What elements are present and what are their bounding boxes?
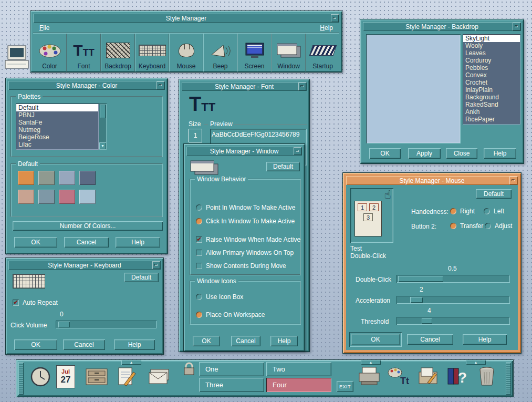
- list-item[interactable]: BeigeRose: [16, 133, 98, 141]
- slider-thumb[interactable]: [422, 318, 432, 324]
- scroll-down-arrow[interactable]: ▼: [99, 142, 106, 149]
- radio-indicator-selected[interactable]: [196, 218, 202, 224]
- cancel-button[interactable]: Cancel: [231, 336, 260, 346]
- scrollbar-thumb[interactable]: [100, 105, 106, 118]
- mail-control[interactable]: [147, 366, 173, 387]
- minimize-button[interactable]: [298, 83, 306, 90]
- radio-indicator[interactable]: [485, 223, 491, 229]
- checkbox-indicator[interactable]: [196, 250, 202, 256]
- mouse-button-1[interactable]: 1: [358, 203, 367, 211]
- panel-handle-left[interactable]: [18, 362, 24, 395]
- palette-list[interactable]: Default PBNJ SantaFe Nutmeg BeigeRose Li…: [16, 104, 99, 150]
- workspace-button-one[interactable]: One: [199, 362, 264, 376]
- list-item[interactable]: Ankh: [463, 108, 520, 116]
- toolbar-font[interactable]: TTT Font: [66, 34, 100, 71]
- radio-place-on-workspace[interactable]: Place On Workspace: [196, 311, 265, 318]
- color-swatch[interactable]: [79, 190, 96, 204]
- list-item[interactable]: SantaFe: [16, 119, 98, 126]
- click-volume-slider[interactable]: [56, 321, 157, 328]
- font-titlebar[interactable]: Style Manager - Font: [182, 82, 307, 91]
- threshold-slider[interactable]: [397, 317, 510, 325]
- list-item[interactable]: Corduroy: [463, 57, 520, 64]
- minimize-button[interactable]: [331, 14, 339, 22]
- slider-thumb[interactable]: [58, 322, 70, 327]
- calendar-control[interactable]: Jul 27: [56, 365, 75, 388]
- workspace-button-two[interactable]: Two: [266, 362, 331, 376]
- list-item[interactable]: InlayPlain: [463, 86, 520, 94]
- size-value-box[interactable]: 1: [189, 129, 202, 142]
- double-click-slider[interactable]: [397, 275, 510, 283]
- radio-indicator[interactable]: [196, 204, 202, 211]
- backdrop-titlebar[interactable]: Style Manager - Backdrop: [363, 22, 521, 31]
- trash-control[interactable]: [476, 364, 497, 388]
- toolbar-mouse[interactable]: Mouse: [169, 34, 203, 71]
- checkbox-show-contents[interactable]: Show Contents During Move: [196, 262, 286, 270]
- minimize-button[interactable]: [509, 177, 517, 184]
- list-item[interactable]: Crochet: [463, 79, 520, 86]
- keyboard-titlebar[interactable]: Style Manager - Keyboard: [8, 261, 161, 270]
- checkbox-indicator[interactable]: [196, 263, 202, 269]
- subpanel-arrow-tab[interactable]: ▲: [121, 360, 141, 365]
- radio-handedness-right[interactable]: Right: [450, 208, 475, 215]
- applications-control[interactable]: [416, 365, 441, 387]
- color-titlebar[interactable]: Style Manager - Color: [8, 81, 165, 90]
- color-swatch[interactable]: [59, 171, 75, 185]
- toolbar-screen[interactable]: Screen: [237, 34, 271, 71]
- ok-button[interactable]: OK: [14, 339, 57, 350]
- slider-thumb[interactable]: [410, 297, 423, 303]
- default-button[interactable]: Default: [266, 162, 300, 171]
- file-manager-control[interactable]: [85, 366, 109, 387]
- mouse-test-graphic[interactable]: ☝ 1 2 3: [350, 188, 393, 243]
- minimize-button[interactable]: [294, 147, 301, 155]
- file-menu[interactable]: File: [37, 23, 51, 33]
- main-titlebar[interactable]: Style Manager: [33, 14, 339, 23]
- terminal-desktop-icon[interactable]: [3, 44, 30, 73]
- list-item[interactable]: RicePaper: [463, 116, 520, 123]
- help-button[interactable]: Help: [270, 336, 298, 346]
- minimize-button[interactable]: [157, 81, 164, 89]
- clock-control[interactable]: [29, 365, 52, 388]
- checkbox-indicator-checked[interactable]: ✔: [196, 236, 202, 243]
- mouse-button-3[interactable]: 3: [363, 213, 373, 221]
- exit-button[interactable]: EXIT: [337, 381, 353, 392]
- default-button[interactable]: Default: [124, 273, 159, 282]
- radio-handedness-left[interactable]: Left: [484, 208, 504, 215]
- mouse-button-2[interactable]: 2: [369, 203, 379, 211]
- default-button[interactable]: Default: [476, 189, 512, 199]
- window-dialog-titlebar[interactable]: Style Manager - Window: [186, 147, 302, 156]
- radio-button2-adjust[interactable]: Adjust: [485, 222, 512, 230]
- help-button[interactable]: Help: [484, 148, 516, 159]
- apply-button[interactable]: Apply: [408, 148, 441, 159]
- text-editor-control[interactable]: [115, 365, 138, 388]
- list-item[interactable]: Wooly: [463, 42, 520, 49]
- radio-indicator[interactable]: [484, 208, 490, 214]
- radio-indicator-selected[interactable]: [450, 223, 456, 229]
- radio-click-in-window[interactable]: Click In Window To Make Active: [196, 218, 295, 225]
- toolbar-backdrop[interactable]: Backdrop: [100, 34, 134, 71]
- list-item[interactable]: Nutmeg: [16, 126, 98, 133]
- list-item[interactable]: SkyLight: [463, 35, 520, 42]
- color-swatch[interactable]: [18, 190, 34, 204]
- style-manager-control[interactable]: Tt: [386, 364, 412, 388]
- list-item[interactable]: Lilac: [16, 141, 98, 148]
- list-item[interactable]: RakedSand: [463, 101, 520, 108]
- toolbar-window[interactable]: Window: [271, 34, 305, 71]
- minimize-button[interactable]: [513, 23, 520, 30]
- number-of-colors-button[interactable]: Number Of Colors...: [13, 221, 163, 231]
- cancel-button[interactable]: Cancel: [63, 339, 105, 350]
- panel-handle-right[interactable]: [506, 362, 511, 395]
- list-item[interactable]: Background: [463, 94, 520, 101]
- ok-button[interactable]: OK: [351, 334, 400, 345]
- ok-button[interactable]: OK: [14, 237, 57, 248]
- printer-control[interactable]: [357, 365, 382, 388]
- cancel-button[interactable]: Cancel: [64, 237, 109, 248]
- checkbox-raise-window[interactable]: ✔ Raise Window When Made Active: [196, 236, 300, 243]
- color-swatch[interactable]: [18, 171, 34, 185]
- toolbar-color[interactable]: Color: [33, 34, 66, 71]
- list-item[interactable]: Convex: [463, 71, 520, 79]
- close-button[interactable]: Close: [446, 148, 477, 159]
- color-swatch[interactable]: [59, 190, 75, 204]
- radio-indicator[interactable]: [196, 294, 202, 300]
- checkbox-auto-repeat[interactable]: ✔ Auto Repeat: [13, 299, 58, 306]
- subpanel-arrow-tab[interactable]: ▲: [361, 360, 381, 365]
